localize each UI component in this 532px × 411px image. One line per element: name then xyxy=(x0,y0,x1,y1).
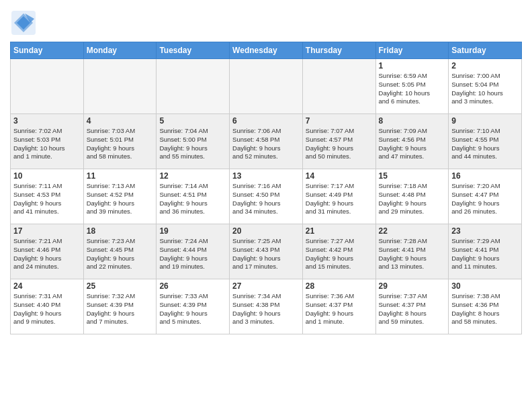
day-info: Sunrise: 7:17 AM Sunset: 4:49 PM Dayligh… xyxy=(306,182,373,216)
calendar-cell xyxy=(230,59,303,114)
calendar-cell: 3Sunrise: 7:02 AM Sunset: 5:03 PM Daylig… xyxy=(11,114,84,169)
day-info: Sunrise: 7:02 AM Sunset: 5:03 PM Dayligh… xyxy=(13,127,81,161)
day-info: Sunrise: 7:24 AM Sunset: 4:44 PM Dayligh… xyxy=(159,237,226,271)
day-number: 7 xyxy=(306,116,373,126)
day-info: Sunrise: 7:10 AM Sunset: 4:55 PM Dayligh… xyxy=(451,127,519,161)
calendar-cell: 22Sunrise: 7:28 AM Sunset: 4:41 PM Dayli… xyxy=(375,224,449,279)
day-number: 29 xyxy=(379,281,446,291)
day-number: 24 xyxy=(13,281,81,291)
day-number: 21 xyxy=(306,226,373,236)
calendar-table: SundayMondayTuesdayWednesdayThursdayFrid… xyxy=(10,42,522,334)
calendar-cell: 10Sunrise: 7:11 AM Sunset: 4:53 PM Dayli… xyxy=(11,169,84,224)
calendar-cell: 5Sunrise: 7:04 AM Sunset: 5:00 PM Daylig… xyxy=(157,114,230,169)
day-info: Sunrise: 7:16 AM Sunset: 4:50 PM Dayligh… xyxy=(232,182,300,216)
day-number: 9 xyxy=(451,116,519,126)
day-number: 20 xyxy=(232,226,300,236)
day-number: 2 xyxy=(451,61,519,71)
header-sunday: Sunday xyxy=(11,42,84,59)
day-number: 25 xyxy=(87,281,154,291)
header-tuesday: Tuesday xyxy=(157,42,230,59)
day-info: Sunrise: 7:38 AM Sunset: 4:36 PM Dayligh… xyxy=(451,292,519,326)
day-info: Sunrise: 7:13 AM Sunset: 4:52 PM Dayligh… xyxy=(87,182,154,216)
day-info: Sunrise: 7:31 AM Sunset: 4:40 PM Dayligh… xyxy=(13,292,81,326)
calendar-cell: 30Sunrise: 7:38 AM Sunset: 4:36 PM Dayli… xyxy=(449,279,522,334)
day-number: 8 xyxy=(379,116,446,126)
day-info: Sunrise: 7:32 AM Sunset: 4:39 PM Dayligh… xyxy=(87,292,154,326)
calendar-week-0: 1Sunrise: 6:59 AM Sunset: 5:05 PM Daylig… xyxy=(11,59,522,114)
day-number: 11 xyxy=(87,171,154,181)
calendar-cell: 9Sunrise: 7:10 AM Sunset: 4:55 PM Daylig… xyxy=(449,114,522,169)
calendar-cell: 11Sunrise: 7:13 AM Sunset: 4:52 PM Dayli… xyxy=(83,169,157,224)
calendar-week-3: 17Sunrise: 7:21 AM Sunset: 4:46 PM Dayli… xyxy=(11,224,522,279)
calendar-cell: 1Sunrise: 6:59 AM Sunset: 5:05 PM Daylig… xyxy=(375,59,449,114)
calendar-week-1: 3Sunrise: 7:02 AM Sunset: 5:03 PM Daylig… xyxy=(11,114,522,169)
day-number: 10 xyxy=(13,171,81,181)
day-number: 15 xyxy=(379,171,446,181)
calendar-cell: 21Sunrise: 7:27 AM Sunset: 4:42 PM Dayli… xyxy=(302,224,375,279)
calendar-cell: 20Sunrise: 7:25 AM Sunset: 4:43 PM Dayli… xyxy=(230,224,303,279)
day-info: Sunrise: 7:27 AM Sunset: 4:42 PM Dayligh… xyxy=(306,237,373,271)
day-number: 23 xyxy=(451,226,519,236)
header-wednesday: Wednesday xyxy=(230,42,303,59)
day-number: 13 xyxy=(232,171,300,181)
day-info: Sunrise: 7:34 AM Sunset: 4:38 PM Dayligh… xyxy=(232,292,300,326)
day-number: 30 xyxy=(451,281,519,291)
calendar-cell xyxy=(11,59,84,114)
calendar-cell: 23Sunrise: 7:29 AM Sunset: 4:41 PM Dayli… xyxy=(449,224,522,279)
calendar-cell: 14Sunrise: 7:17 AM Sunset: 4:49 PM Dayli… xyxy=(302,169,375,224)
day-number: 5 xyxy=(159,116,226,126)
day-number: 16 xyxy=(451,171,519,181)
calendar-cell: 17Sunrise: 7:21 AM Sunset: 4:46 PM Dayli… xyxy=(11,224,84,279)
calendar-cell: 13Sunrise: 7:16 AM Sunset: 4:50 PM Dayli… xyxy=(230,169,303,224)
calendar-cell: 28Sunrise: 7:36 AM Sunset: 4:37 PM Dayli… xyxy=(302,279,375,334)
day-info: Sunrise: 7:11 AM Sunset: 4:53 PM Dayligh… xyxy=(13,182,81,216)
calendar-cell: 2Sunrise: 7:00 AM Sunset: 5:04 PM Daylig… xyxy=(449,59,522,114)
day-number: 3 xyxy=(13,116,81,126)
calendar-cell: 18Sunrise: 7:23 AM Sunset: 4:45 PM Dayli… xyxy=(83,224,157,279)
calendar-cell: 12Sunrise: 7:14 AM Sunset: 4:51 PM Dayli… xyxy=(157,169,230,224)
calendar-week-4: 24Sunrise: 7:31 AM Sunset: 4:40 PM Dayli… xyxy=(11,279,522,334)
day-number: 26 xyxy=(159,281,226,291)
day-number: 18 xyxy=(87,226,154,236)
day-info: Sunrise: 6:59 AM Sunset: 5:05 PM Dayligh… xyxy=(379,72,446,106)
day-info: Sunrise: 7:28 AM Sunset: 4:41 PM Dayligh… xyxy=(379,237,446,271)
day-info: Sunrise: 7:29 AM Sunset: 4:41 PM Dayligh… xyxy=(451,237,519,271)
day-info: Sunrise: 7:33 AM Sunset: 4:39 PM Dayligh… xyxy=(159,292,226,326)
calendar-cell xyxy=(157,59,230,114)
header-monday: Monday xyxy=(83,42,157,59)
day-number: 19 xyxy=(159,226,226,236)
header-friday: Friday xyxy=(375,42,449,59)
calendar-cell: 8Sunrise: 7:09 AM Sunset: 4:56 PM Daylig… xyxy=(375,114,449,169)
day-info: Sunrise: 7:37 AM Sunset: 4:37 PM Dayligh… xyxy=(379,292,446,326)
day-info: Sunrise: 7:36 AM Sunset: 4:37 PM Dayligh… xyxy=(306,292,373,326)
day-info: Sunrise: 7:07 AM Sunset: 4:57 PM Dayligh… xyxy=(306,127,373,161)
day-number: 6 xyxy=(232,116,300,126)
header-thursday: Thursday xyxy=(302,42,375,59)
calendar-cell xyxy=(302,59,375,114)
day-info: Sunrise: 7:00 AM Sunset: 5:04 PM Dayligh… xyxy=(451,72,519,106)
header xyxy=(10,7,522,36)
day-info: Sunrise: 7:06 AM Sunset: 4:58 PM Dayligh… xyxy=(232,127,300,161)
day-number: 28 xyxy=(306,281,373,291)
day-number: 1 xyxy=(379,61,446,71)
calendar-cell: 7Sunrise: 7:07 AM Sunset: 4:57 PM Daylig… xyxy=(302,114,375,169)
calendar-cell: 26Sunrise: 7:33 AM Sunset: 4:39 PM Dayli… xyxy=(157,279,230,334)
calendar-cell: 29Sunrise: 7:37 AM Sunset: 4:37 PM Dayli… xyxy=(375,279,449,334)
day-number: 22 xyxy=(379,226,446,236)
calendar-cell: 25Sunrise: 7:32 AM Sunset: 4:39 PM Dayli… xyxy=(83,279,157,334)
day-number: 14 xyxy=(306,171,373,181)
day-info: Sunrise: 7:25 AM Sunset: 4:43 PM Dayligh… xyxy=(232,237,300,271)
calendar-header-row: SundayMondayTuesdayWednesdayThursdayFrid… xyxy=(11,42,522,59)
calendar-cell xyxy=(83,59,157,114)
calendar-cell: 24Sunrise: 7:31 AM Sunset: 4:40 PM Dayli… xyxy=(11,279,84,334)
header-saturday: Saturday xyxy=(449,42,522,59)
day-info: Sunrise: 7:23 AM Sunset: 4:45 PM Dayligh… xyxy=(87,237,154,271)
calendar-week-2: 10Sunrise: 7:11 AM Sunset: 4:53 PM Dayli… xyxy=(11,169,522,224)
calendar-cell: 15Sunrise: 7:18 AM Sunset: 4:48 PM Dayli… xyxy=(375,169,449,224)
day-number: 12 xyxy=(159,171,226,181)
logo-icon xyxy=(10,9,37,36)
calendar-cell: 6Sunrise: 7:06 AM Sunset: 4:58 PM Daylig… xyxy=(230,114,303,169)
day-number: 27 xyxy=(232,281,300,291)
page-container: SundayMondayTuesdayWednesdayThursdayFrid… xyxy=(0,0,532,341)
calendar-cell: 16Sunrise: 7:20 AM Sunset: 4:47 PM Dayli… xyxy=(449,169,522,224)
